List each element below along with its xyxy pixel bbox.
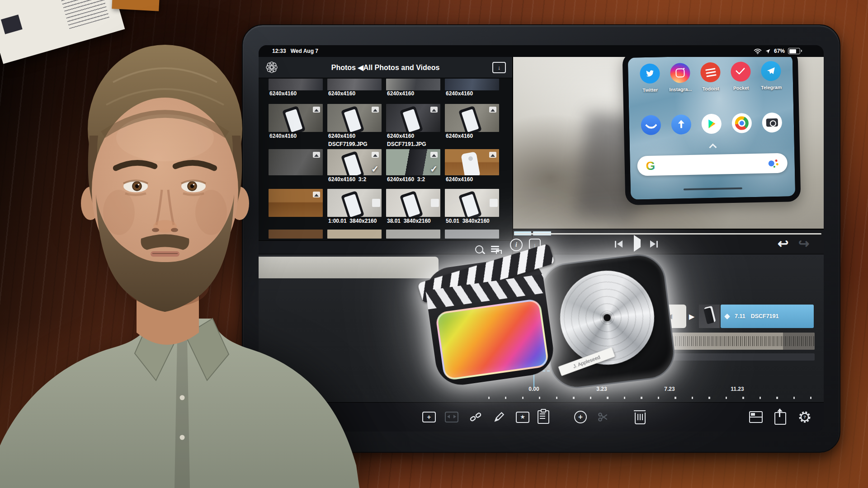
- timeline-clip[interactable]: 7.11 DSCF7191: [721, 305, 814, 328]
- media-label: 50.01 3840x2160: [446, 218, 502, 224]
- twitter-app-icon: [640, 63, 660, 84]
- phone-app-icon: [641, 115, 661, 135]
- google-g-icon: G: [642, 158, 658, 174]
- effects-star-icon[interactable]: ★: [515, 409, 530, 425]
- share-icon[interactable]: [773, 409, 788, 425]
- preview-scrubber[interactable]: [514, 231, 821, 236]
- battery-percent: 67%: [774, 48, 785, 54]
- pocket-app-icon: [731, 61, 751, 82]
- media-thumbnail[interactable]: [386, 189, 440, 217]
- assistant-icon: [769, 159, 780, 169]
- info-icon[interactable]: i: [510, 239, 523, 251]
- media-thumbnail[interactable]: [445, 149, 499, 175]
- wifi-icon: [754, 48, 762, 54]
- clip-duration: 7.11: [735, 313, 745, 319]
- app-label: Todoist: [703, 86, 719, 92]
- clip-name: DSCF7191: [751, 313, 779, 319]
- media-thumbnail[interactable]: [445, 189, 499, 217]
- ruler-tick: 0.00: [528, 386, 539, 392]
- photo-badge-icon: [489, 152, 496, 158]
- arrow-up-app-icon: [671, 114, 691, 135]
- skip-forward-icon[interactable]: [650, 240, 658, 248]
- battery-icon: [788, 48, 800, 54]
- pencil-icon[interactable]: [491, 409, 507, 425]
- library-album-title: ◀All Photos and Videos: [358, 64, 439, 71]
- location-icon: [765, 48, 771, 54]
- clip-thumbnail[interactable]: [699, 305, 720, 328]
- play-icon[interactable]: [634, 239, 641, 248]
- media-thumbnail[interactable]: ✓: [386, 149, 440, 175]
- clip-play-icon[interactable]: ▶: [689, 305, 698, 328]
- link-icon[interactable]: [468, 409, 483, 425]
- add-circle-icon[interactable]: +: [573, 409, 588, 425]
- media-label: 6240x4160 3:2: [387, 176, 443, 183]
- media-thumbnail[interactable]: [386, 104, 440, 132]
- scene: 12:33 Wed Aug 7 67%: [0, 0, 868, 488]
- media-label: 6240x4160: [446, 90, 502, 97]
- media-thumbnail[interactable]: [445, 79, 499, 90]
- media-thumbnail[interactable]: [445, 230, 499, 239]
- media-thumbnail[interactable]: [386, 230, 440, 239]
- photo-badge-icon: [430, 107, 438, 113]
- app-label: Pocket: [733, 85, 749, 91]
- media-label: 6240x4160: [446, 176, 502, 183]
- media-label: 38.01 3840x2160: [387, 218, 443, 224]
- presenter-portrait: [0, 0, 362, 488]
- settings-gear-icon[interactable]: ?: [797, 409, 812, 425]
- video-badge-icon: [490, 199, 498, 207]
- app-label: Instagra...: [669, 86, 692, 92]
- media-thumbnail[interactable]: [445, 104, 499, 132]
- undo-icon[interactable]: ↩: [778, 237, 788, 250]
- media-filename: DSCF7191.JPG: [387, 141, 443, 147]
- selected-check-icon: ✓: [430, 164, 438, 174]
- logic-pro-icon: J. Appleseed: [538, 251, 678, 391]
- ruler-tick: 7.23: [664, 386, 675, 392]
- chrome-app-icon: [731, 113, 752, 133]
- video-badge-icon: [431, 199, 439, 207]
- photo-badge-icon: [430, 152, 438, 158]
- scrubber-line: [514, 233, 821, 235]
- instagram-app-icon: [670, 63, 690, 83]
- clipboard-icon[interactable]: [536, 409, 551, 425]
- photo-badge-icon: [489, 107, 496, 113]
- video-preview[interactable]: Twitter Instagra... Todoist Pocket Teleg…: [513, 57, 824, 230]
- ruler-tick: 11.23: [731, 386, 744, 392]
- import-box-icon[interactable]: ↓: [492, 62, 506, 73]
- app-drawer-caret-icon: [709, 143, 717, 151]
- media-label: 6240x4160: [446, 133, 502, 139]
- photo-badge-icon: [372, 107, 379, 113]
- video-badge-icon: [372, 199, 380, 207]
- android-phone-in-video: Twitter Instagra... Todoist Pocket Teleg…: [623, 57, 801, 205]
- camera-app-icon: [762, 113, 782, 133]
- media-thumbnail[interactable]: [386, 79, 440, 90]
- media-label: 6240x4160: [387, 90, 443, 97]
- app-label: Telegram: [761, 84, 782, 90]
- final-cut-pro-icon: [423, 254, 557, 388]
- google-search-bar: G: [637, 153, 788, 176]
- play-store-app-icon: [701, 114, 722, 134]
- media-label: 6240x4160: [387, 133, 443, 139]
- svg-text:G: G: [646, 159, 655, 173]
- transition-icon[interactable]: [444, 409, 459, 425]
- selected-check-icon: ✓: [371, 164, 379, 174]
- add-clip-icon[interactable]: +: [421, 409, 437, 425]
- telegram-app-icon: [761, 61, 781, 81]
- rainbow-screen: [435, 298, 549, 381]
- ruler-tick: 3.23: [596, 386, 607, 392]
- clip-diamond-icon: [724, 314, 730, 319]
- photo-badge-icon: [372, 152, 379, 158]
- trash-icon[interactable]: [632, 409, 648, 425]
- skip-back-icon[interactable]: [615, 240, 623, 248]
- timeline-ruler[interactable]: [488, 397, 821, 399]
- app-label: Twitter: [642, 87, 658, 93]
- todoist-app-icon: [700, 62, 721, 83]
- redo-icon[interactable]: ↪: [798, 237, 809, 250]
- scissors-icon[interactable]: [595, 409, 611, 425]
- layout-icon[interactable]: [748, 409, 764, 425]
- home-indicator: [684, 188, 742, 191]
- android-home-screen: Twitter Instagra... Todoist Pocket Teleg…: [628, 57, 795, 200]
